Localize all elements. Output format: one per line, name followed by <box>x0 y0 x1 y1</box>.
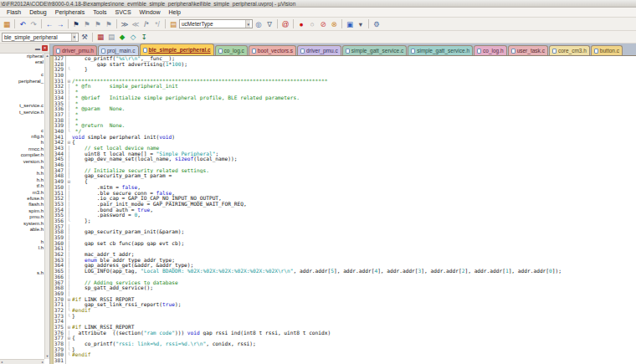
project-tree-item[interactable]: h <box>0 239 44 245</box>
project-tree-item[interactable]: tf.h <box>0 183 44 189</box>
bookmark-clear-icon[interactable]: ⚑ <box>104 19 114 29</box>
file-icon <box>594 49 598 54</box>
code-editor[interactable]: 327 co_printf("%s\r\n",__func__);328 gap… <box>54 56 636 364</box>
target-select-value: ble_simple_peripheral <box>4 34 58 40</box>
tab-proj_main.c[interactable]: proj_main.c <box>98 45 139 55</box>
project-tree-item[interactable]: t_service.h <box>0 110 44 115</box>
redo-icon[interactable]: ↷ <box>28 19 38 29</box>
indent-icon[interactable]: ≫ <box>120 19 130 29</box>
pin-icon[interactable]: ▬ <box>35 46 40 51</box>
project-tree-item[interactable]: s.h <box>0 270 44 276</box>
translate-icon[interactable]: ◆ <box>117 32 127 42</box>
code-text: mac_addr_t addr; <box>72 252 636 258</box>
rebuild-icon[interactable]: ◇ <box>128 32 138 42</box>
chevron-down-icon[interactable]: ▾ <box>245 20 250 28</box>
menu-window[interactable]: Window <box>136 8 165 17</box>
project-tree[interactable]: ripheraleralc_peripheralt_service.ct_ser… <box>0 54 49 364</box>
toolbar-separator <box>92 33 93 42</box>
code-text: * <box>72 90 636 95</box>
debug-windows-icon[interactable]: ▣ <box>345 19 355 29</box>
tab-simple_gatt_service.h[interactable]: simple_gatt_service.h <box>408 45 473 55</box>
breakpoint-kill-all-icon[interactable]: ⊗ <box>329 19 339 29</box>
project-tree-item[interactable]: l.h <box>0 245 44 251</box>
batch-build-icon[interactable]: ▤ <box>106 32 116 42</box>
project-tree-item[interactable]: eral <box>0 59 44 65</box>
fold-toggle-icon[interactable]: ⊟ <box>66 140 72 146</box>
project-tree-item[interactable]: h.h <box>0 177 44 183</box>
debug-windows-caret-icon[interactable]: ▾ <box>356 19 366 29</box>
menu-debug[interactable]: Debug <box>25 8 51 17</box>
function-browse-icon[interactable]: ▤ <box>168 19 178 29</box>
line-number: 381 <box>54 358 66 364</box>
project-tree-item[interactable]: spim.h <box>0 208 44 214</box>
find-in-files-icon[interactable]: ◎ <box>254 19 264 29</box>
project-tree-item[interactable]: efuse.h <box>0 196 44 202</box>
project-tree-item[interactable]: pmu.h <box>0 214 44 220</box>
menu-svcs[interactable]: SVCS <box>111 8 136 17</box>
save-all-icon[interactable]: ▦ <box>2 19 12 29</box>
menu-help[interactable]: Help <box>165 8 185 17</box>
project-tree-item[interactable]: nfig.h <box>0 134 44 140</box>
code-text: { <box>72 336 636 341</box>
chevron-down-icon[interactable]: ▾ <box>71 33 76 41</box>
project-tree-item[interactable]: _peripheral <box>0 79 44 85</box>
scroll-down-icon[interactable]: ▼ <box>46 354 49 359</box>
scroll-up-icon[interactable]: ▲ <box>46 54 49 59</box>
tab-driver_pmu.h[interactable]: driver_pmu.h <box>53 45 97 55</box>
tab-co_log.h[interactable]: co_log.h <box>474 45 507 55</box>
configure-icon[interactable]: ⚙ <box>372 19 382 29</box>
project-tree-item[interactable]: c <box>0 72 44 78</box>
project-tree-item[interactable]: t_service.c <box>0 103 44 109</box>
tab-boot_vectors.s[interactable]: boot_vectors.s <box>249 45 296 55</box>
build-icon[interactable]: ▦ <box>95 32 105 42</box>
navigate-forward-icon[interactable]: → <box>55 19 65 29</box>
tab-user_task.c[interactable]: user_task.c <box>508 45 548 55</box>
project-tree-item[interactable]: system.h <box>0 221 44 227</box>
breakpoint-disable-all-icon[interactable]: ⊘ <box>318 19 328 29</box>
tab-ble_simple_peripheral.c[interactable]: ble_simple_peripheral.c <box>140 44 214 55</box>
project-tree-item[interactable]: version.h <box>0 159 44 165</box>
breakpoint-enable-icon[interactable]: ○ <box>307 19 317 29</box>
scroll-right-icon[interactable]: ▸ <box>42 360 44 364</box>
fold-toggle-icon[interactable]: ⊟ <box>66 179 72 185</box>
menu-tools[interactable]: Tools <box>89 8 110 17</box>
tab-core_cm3.h[interactable]: core_cm3.h <box>549 45 590 55</box>
project-tree-item[interactable]: h <box>0 140 44 146</box>
undo-icon[interactable]: ↶ <box>18 19 28 29</box>
bookmark-next-icon[interactable]: ⚑ <box>82 19 92 29</box>
code-text: * @brief Initialize simple peripheral pr… <box>72 95 636 101</box>
project-tree-item[interactable]: able.h <box>0 227 44 233</box>
fold-toggle-icon[interactable]: ⊟ <box>66 325 72 331</box>
project-tree-item[interactable]: m3.h <box>0 190 44 196</box>
search-icon[interactable]: @ <box>280 19 290 29</box>
project-tree-vertical-scrollbar[interactable]: ▲ ▼ <box>44 54 49 359</box>
filter-icon[interactable]: ∇ <box>264 19 274 29</box>
options-for-target-icon[interactable]: ⚒ <box>80 32 90 42</box>
tab-button.c[interactable]: button.c <box>591 45 623 55</box>
uncomment-icon[interactable]: */ <box>152 19 162 29</box>
project-tree-item[interactable]: compiler.h <box>0 152 44 158</box>
comment-icon[interactable]: /* <box>141 19 151 29</box>
project-tree-item[interactable]: flash.h <box>0 202 44 208</box>
tab-driver_pmu.c[interactable]: driver_pmu.c <box>297 45 341 55</box>
download-icon[interactable]: ↧ <box>139 32 149 42</box>
menu-flash[interactable]: Flash <box>3 8 25 17</box>
project-tree-item[interactable]: ripheral <box>0 54 44 59</box>
tab-co_log.c[interactable]: co_log.c <box>215 45 248 55</box>
project-tree-item[interactable]: rmcc.h <box>0 146 44 152</box>
project-tree-item[interactable]: h <box>0 165 44 171</box>
project-tree-item[interactable]: c <box>0 128 44 134</box>
menu-peripherals[interactable]: Peripherals <box>51 8 89 17</box>
outdent-icon[interactable]: ≪ <box>131 19 141 29</box>
breakpoint-toggle-icon[interactable]: ● <box>296 19 306 29</box>
target-select-combo[interactable]: ble_simple_peripheral ▾ <box>2 33 79 42</box>
close-icon[interactable]: × <box>42 45 48 51</box>
bookmark-prev-icon[interactable]: ⚑ <box>93 19 103 29</box>
project-tree-horizontal-scrollbar[interactable]: ◂ ▸ <box>0 359 44 364</box>
project-tree-item[interactable]: h.h <box>0 171 44 177</box>
tab-simple_gatt_service.c[interactable]: simple_gatt_service.c <box>342 45 408 55</box>
scroll-left-icon[interactable]: ◂ <box>1 360 3 364</box>
bookmark-toggle-icon[interactable]: ⚑ <box>71 19 81 29</box>
search-text-combo[interactable]: ucMeterType ▾ <box>179 19 253 28</box>
navigate-back-icon[interactable]: ← <box>44 19 54 29</box>
